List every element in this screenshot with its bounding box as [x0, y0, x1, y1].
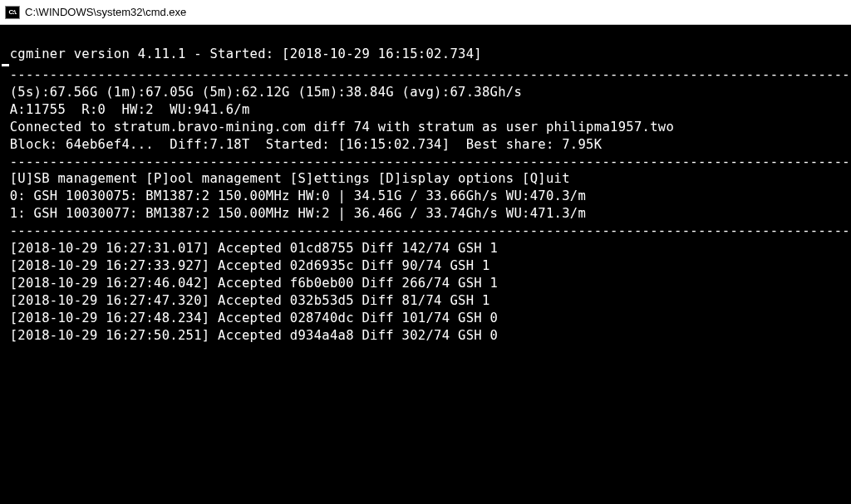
hashrate-line: (5s):67.56G (1m):67.05G (5m):62.12G (15m…: [2, 85, 522, 100]
cmd-icon-label: C:\.: [9, 9, 17, 16]
device-line: 1: GSH 10030077: BM1387:2 150.00MHz HW:2…: [2, 206, 586, 221]
log-line: [2018-10-29 16:27:46.042] Accepted f6b0e…: [2, 276, 498, 291]
connection-line: Connected to stratum.bravo-mining.com di…: [2, 120, 674, 135]
accepted-line: A:11755 R:0 HW:2 WU:941.6/m: [2, 102, 250, 117]
console-output[interactable]: cgminer version 4.11.1 - Started: [2018-…: [0, 25, 851, 504]
cmd-window: C:\. C:\WINDOWS\system32\cmd.exe cgminer…: [0, 0, 851, 504]
device-line: 0: GSH 10030075: BM1387:2 150.00MHz HW:0…: [2, 188, 586, 203]
log-line: [2018-10-29 16:27:33.927] Accepted 02d69…: [2, 258, 490, 273]
block-line: Block: 64eb6ef4... Diff:7.18T Started: […: [2, 137, 602, 152]
window-title: C:\WINDOWS\system32\cmd.exe: [25, 6, 186, 18]
log-line: [2018-10-29 16:27:47.320] Accepted 032b5…: [2, 293, 490, 308]
log-line: [2018-10-29 16:27:50.251] Accepted d934a…: [2, 328, 498, 343]
cmd-icon: C:\.: [5, 6, 20, 19]
text-cursor: [2, 64, 9, 66]
separator: ----------------------------------------…: [2, 223, 851, 238]
log-line: [2018-10-29 16:27:48.234] Accepted 02874…: [2, 311, 498, 325]
separator: ----------------------------------------…: [2, 67, 851, 82]
version-line: cgminer version 4.11.1 - Started: [2018-…: [2, 46, 482, 61]
log-line: [2018-10-29 16:27:31.017] Accepted 01cd8…: [2, 241, 498, 256]
titlebar[interactable]: C:\. C:\WINDOWS\system32\cmd.exe: [0, 0, 851, 25]
menu-line[interactable]: [U]SB management [P]ool management [S]et…: [2, 171, 570, 186]
separator: ----------------------------------------…: [2, 154, 851, 169]
